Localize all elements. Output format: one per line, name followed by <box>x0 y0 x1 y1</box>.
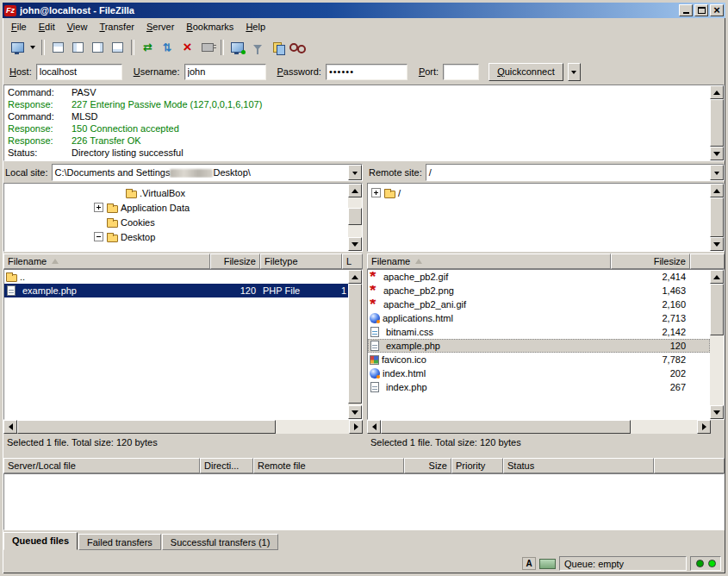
scroll-thumb[interactable] <box>348 208 362 225</box>
local-horizontal-scrollbar[interactable] <box>3 420 363 434</box>
tab-failed-transfers[interactable]: Failed transfers <box>78 534 161 550</box>
remote-tree-scrollbar[interactable] <box>710 184 724 251</box>
file-row[interactable]: index.html202 <box>368 366 710 380</box>
reconnect-button[interactable] <box>227 38 247 57</box>
remote-horizontal-scrollbar[interactable] <box>367 420 711 434</box>
file-row[interactable]: apache_pb2.png1,463 <box>368 284 710 297</box>
menu-edit[interactable]: Edit <box>33 19 61 34</box>
column-header-last-modified[interactable]: L <box>342 254 363 269</box>
scroll-thumb[interactable] <box>17 420 276 434</box>
local-tree-scrollbar[interactable] <box>348 184 362 251</box>
menu-server[interactable]: Server <box>140 19 180 34</box>
column-header-remote-file[interactable]: Remote file <box>253 458 404 473</box>
column-header-filename[interactable]: Filename <box>367 254 611 269</box>
menu-file[interactable]: File <box>5 19 33 34</box>
tree-item[interactable]: Application Data <box>4 200 348 215</box>
remote-list-scrollbar[interactable] <box>710 270 724 419</box>
remote-site-dropdown-button[interactable] <box>710 165 724 180</box>
tree-item[interactable]: / <box>368 185 710 200</box>
column-header-filesize[interactable]: Filesize <box>210 254 260 269</box>
tree-item[interactable]: .VirtualBox <box>4 185 348 200</box>
scroll-thumb[interactable] <box>710 99 724 147</box>
scroll-track[interactable] <box>348 197 362 237</box>
scroll-up-button[interactable] <box>710 85 724 99</box>
transfer-type-indicator-icon[interactable] <box>522 557 536 570</box>
port-input[interactable] <box>443 64 479 80</box>
file-row[interactable]: apache_pb2.gif2,414 <box>368 270 710 284</box>
tree-expander[interactable] <box>371 188 381 197</box>
file-row[interactable]: apache_pb2_ani.gif2,160 <box>368 297 710 311</box>
scroll-track[interactable] <box>348 284 362 405</box>
scroll-down-button[interactable] <box>348 237 362 251</box>
refresh-button[interactable] <box>138 38 158 57</box>
file-row[interactable]: .. <box>4 270 348 284</box>
scroll-down-button[interactable] <box>710 237 724 251</box>
toggle-remote-tree-button[interactable] <box>88 38 108 57</box>
remote-site-combobox[interactable]: / <box>426 164 725 181</box>
file-row-highlighted[interactable]: example.php120 <box>368 339 710 353</box>
toggle-local-tree-button[interactable] <box>68 38 88 57</box>
scroll-thumb[interactable] <box>348 284 362 404</box>
disconnect-button[interactable] <box>197 38 217 57</box>
quickconnect-dropdown-button[interactable] <box>568 63 581 81</box>
tree-item[interactable]: Desktop <box>4 229 348 244</box>
process-queue-button[interactable] <box>158 38 177 57</box>
menu-help[interactable]: Help <box>240 19 271 34</box>
file-row-selected[interactable]: example.php 120 PHP File 1 <box>4 284 348 297</box>
file-row[interactable]: index.php267 <box>368 380 710 394</box>
scroll-track[interactable] <box>710 99 724 147</box>
scroll-track[interactable] <box>710 284 724 405</box>
close-button[interactable] <box>710 4 724 16</box>
scroll-up-button[interactable] <box>710 184 724 197</box>
site-manager-button[interactable] <box>8 38 28 57</box>
local-site-combobox[interactable]: C:\Documents and SettingsDesktop\ <box>52 164 363 181</box>
file-row[interactable]: bitnami.css2,142 <box>368 325 710 339</box>
tab-queued-files[interactable]: Queued files <box>3 532 78 550</box>
scroll-thumb[interactable] <box>381 420 631 434</box>
column-header-filename[interactable]: Filename <box>3 254 210 269</box>
menu-transfer[interactable]: Transfer <box>93 19 140 34</box>
username-input[interactable] <box>184 64 266 80</box>
column-header-filesize[interactable]: Filesize <box>611 254 690 269</box>
menu-bookmarks[interactable]: Bookmarks <box>180 19 240 34</box>
site-manager-dropdown-button[interactable] <box>28 38 38 57</box>
title-bar[interactable]: john@localhost - FileZilla <box>3 3 725 18</box>
scroll-track[interactable] <box>710 197 724 237</box>
scroll-track[interactable] <box>17 420 349 434</box>
tree-expander[interactable] <box>94 232 103 241</box>
tree-expander[interactable] <box>94 203 103 212</box>
scroll-left-button[interactable] <box>3 420 17 434</box>
local-site-dropdown-button[interactable] <box>348 165 362 180</box>
menu-view[interactable]: View <box>61 19 94 34</box>
quickconnect-button[interactable]: Quickconnect <box>488 63 563 81</box>
scroll-down-button[interactable] <box>710 405 724 419</box>
column-header-priority[interactable]: Priority <box>451 458 503 473</box>
local-list-scrollbar[interactable] <box>348 270 362 419</box>
column-header-size[interactable]: Size <box>404 458 451 473</box>
scroll-thumb[interactable] <box>710 284 724 335</box>
scroll-down-button[interactable] <box>710 147 724 160</box>
minimize-button[interactable] <box>679 4 693 16</box>
scroll-right-button[interactable] <box>349 420 363 434</box>
scroll-track[interactable] <box>381 420 697 434</box>
scroll-up-button[interactable] <box>348 270 362 284</box>
scroll-right-button[interactable] <box>697 420 711 434</box>
scroll-thumb[interactable] <box>710 197 724 237</box>
tab-successful-transfers[interactable]: Successful transfers (1) <box>162 534 279 550</box>
toggle-queue-button[interactable] <box>108 38 128 57</box>
password-input[interactable] <box>326 64 408 80</box>
log-scrollbar[interactable] <box>710 85 724 160</box>
column-header-server-local-file[interactable]: Server/Local file <box>3 458 200 473</box>
find-files-button[interactable] <box>287 38 307 57</box>
tree-item[interactable]: Cookies <box>4 215 348 229</box>
maximize-button[interactable] <box>694 4 708 16</box>
column-header-filetype[interactable]: Filetype <box>260 254 342 269</box>
scroll-left-button[interactable] <box>367 420 381 434</box>
directory-filter-button[interactable] <box>247 38 267 57</box>
directory-comparison-button[interactable] <box>267 38 287 57</box>
encryption-indicator-icon[interactable] <box>539 559 556 569</box>
scroll-up-button[interactable] <box>710 270 724 284</box>
column-header-direction[interactable]: Directi... <box>200 458 253 473</box>
scroll-down-button[interactable] <box>348 405 362 419</box>
host-input[interactable] <box>36 64 122 80</box>
